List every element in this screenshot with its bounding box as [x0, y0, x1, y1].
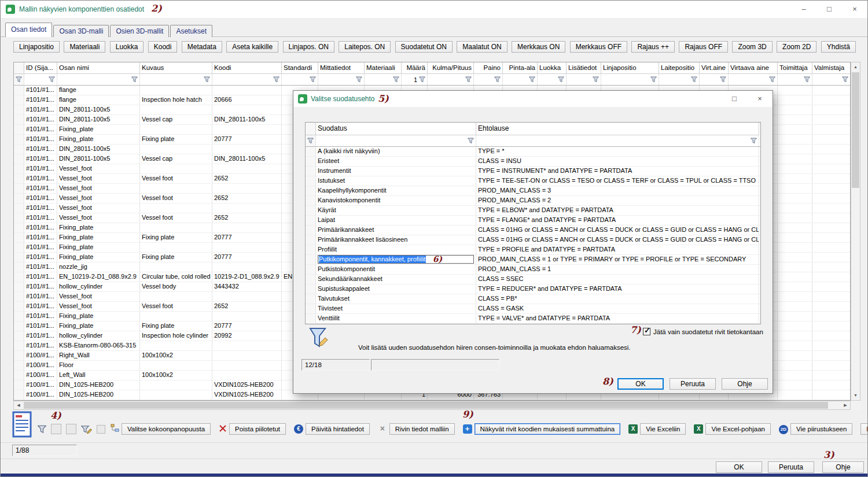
dialog-row[interactable]: PutkistokomponentitPROD_MAIN_CLASS = 1: [306, 265, 760, 275]
dialog-row-selector[interactable]: [306, 245, 316, 254]
tree-icon[interactable]: [111, 424, 119, 434]
row-selector[interactable]: [14, 312, 24, 321]
close-icon[interactable]: ×: [842, 1, 867, 18]
filter-icon[interactable]: [38, 425, 46, 434]
filter-valm[interactable]: [812, 74, 851, 85]
filter-name[interactable]: [57, 74, 140, 85]
dialog-row-selector[interactable]: [306, 275, 316, 284]
column-header-std[interactable]: Standardi: [282, 62, 318, 74]
row-selector[interactable]: [14, 282, 24, 291]
filter-mat[interactable]: [365, 74, 402, 85]
scroll-right-icon[interactable]: ▶: [841, 401, 850, 409]
filter-maara[interactable]: 1: [402, 74, 428, 85]
column-header-paino[interactable]: Paino: [474, 62, 503, 74]
dialog-row-selector[interactable]: [306, 167, 316, 176]
dialog-column-header-suodatus[interactable]: Suodatus: [316, 123, 476, 135]
dialog-row[interactable]: KanavistokomponentitPROD_MAIN_CLASS = 2: [306, 196, 760, 206]
toolbar-button-1[interactable]: Linjapositio: [13, 41, 60, 53]
row-selector[interactable]: [14, 321, 24, 331]
dialog-row[interactable]: TaivutuksetCLASS = PB*: [306, 294, 760, 304]
cancel-button[interactable]: Peruuta: [768, 461, 814, 473]
filter-pinta[interactable]: [503, 74, 538, 85]
row-selector[interactable]: [14, 194, 24, 203]
column-header-virt[interactable]: Virt.aine: [700, 62, 729, 74]
filter-virt[interactable]: [700, 74, 729, 85]
row-selector[interactable]: [14, 302, 24, 311]
column-header-mat[interactable]: Materiaali: [365, 62, 402, 74]
column-header-virtaava[interactable]: Virtaava aine: [729, 62, 778, 74]
column-header-id[interactable]: ID (Sija...: [24, 62, 57, 74]
dialog-filter-suodatus[interactable]: [316, 135, 476, 146]
row-selector[interactable]: [14, 174, 24, 183]
row-selector[interactable]: [14, 95, 24, 105]
filter-linjap[interactable]: [601, 74, 659, 85]
filter-name-editbox[interactable]: Putkikomponentit, kannakkeet, profiilit6…: [318, 255, 474, 264]
row-selector[interactable]: [14, 184, 24, 193]
row-selector[interactable]: [14, 86, 24, 95]
tool-box-icon-3[interactable]: [97, 425, 105, 434]
row-selector[interactable]: [14, 292, 24, 301]
dialog-row[interactable]: EristeetCLASS = INSU: [306, 157, 760, 167]
filter-luokka[interactable]: [538, 74, 567, 85]
toolbar-button-5[interactable]: Metadata: [182, 41, 222, 53]
dialog-row[interactable]: KaapelihyllykomponentitPROD_MAIN_CLASS =…: [306, 186, 760, 196]
dialog-row-selector[interactable]: [306, 294, 316, 304]
dialog-row-selector[interactable]: [306, 147, 316, 156]
column-header-lisat[interactable]: Lisätiedot: [567, 62, 601, 74]
filter-std[interactable]: [282, 74, 318, 85]
row-selector[interactable]: [14, 135, 24, 144]
toolbar-button-14[interactable]: Rajaus OFF: [679, 41, 728, 53]
tab-4[interactable]: Asetukset: [170, 25, 212, 37]
toolbar-button-3[interactable]: Luokka: [110, 41, 144, 53]
plus-icon[interactable]: +: [463, 424, 472, 434]
filter-selector-icon[interactable]: [14, 74, 24, 85]
dialog-row-selector[interactable]: [306, 284, 316, 294]
filter-desc[interactable]: [140, 74, 212, 85]
column-header-valm[interactable]: Valmistaja: [812, 62, 851, 74]
row-selector[interactable]: [14, 253, 24, 262]
tool-box-icon-1[interactable]: [51, 424, 61, 434]
toolbar-button-15[interactable]: Zoom 3D: [732, 41, 772, 53]
row-selector[interactable]: [14, 105, 24, 114]
toolbar-button-10[interactable]: Maalatut ON: [457, 41, 507, 53]
row-selector[interactable]: [14, 164, 24, 173]
scroll-down-icon[interactable]: ▼: [851, 391, 860, 400]
row-selector[interactable]: [14, 272, 24, 282]
column-header-code[interactable]: Koodi: [212, 62, 282, 74]
circle2d-icon[interactable]: 2D: [779, 424, 788, 434]
row-selector[interactable]: [14, 380, 24, 390]
dialog-help-button[interactable]: Ohje: [722, 378, 768, 390]
toolbar-button-6[interactable]: Aseta kaikille: [226, 41, 278, 53]
dialog-row[interactable]: A (kaikki rivit näkyviin)TYPE = *: [306, 147, 760, 157]
scissors-icon[interactable]: [219, 424, 227, 434]
dialog-row-selector[interactable]: [306, 255, 316, 264]
dialog-cancel-button[interactable]: Peruuta: [670, 378, 716, 390]
excel-icon[interactable]: X: [694, 424, 703, 434]
filter-paino[interactable]: [474, 74, 503, 85]
dialog-filter-selector-icon[interactable]: [306, 135, 316, 146]
tool-box-icon-2[interactable]: [66, 424, 76, 434]
dialog-ok-button[interactable]: OK: [617, 378, 664, 390]
bottom-button-7[interactable]: Vie Excel-pohjaan: [705, 423, 771, 435]
toolbar-button-9[interactable]: Suodatetut ON: [395, 41, 453, 53]
dialog-row-selector[interactable]: [306, 216, 316, 225]
dialog-row-selector[interactable]: [306, 157, 316, 166]
tab-2[interactable]: Osan 3D-malli: [53, 25, 109, 37]
column-header-maara[interactable]: Määrä: [402, 62, 428, 74]
dialog-row[interactable]: SekundäärikannakkeetCLASS = SSEC: [306, 275, 760, 284]
bottom-button-2[interactable]: Poista piilotetut: [229, 423, 286, 435]
bottom-button-3[interactable]: Päivitä hintatiedot: [306, 423, 370, 435]
dialog-row[interactable]: SupistuskappaleetTYPE = REDUCER* and DAT…: [306, 284, 760, 294]
row-selector[interactable]: [14, 390, 24, 400]
excel-icon[interactable]: X: [628, 424, 638, 434]
dialog-filter-ehtolause[interactable]: [476, 135, 759, 146]
dialog-row[interactable]: Putkikomponentit, kannakkeet, profiilit6…: [306, 255, 760, 265]
dialog-close-icon[interactable]: ×: [747, 91, 773, 107]
dialog-row-selector[interactable]: [306, 196, 316, 205]
toolbar-button-4[interactable]: Koodi: [148, 41, 178, 53]
dialog-row-selector[interactable]: [306, 225, 316, 235]
dialog-row-selector[interactable]: [306, 265, 316, 274]
toolbar-button-8[interactable]: Laitepos. ON: [339, 41, 391, 53]
dialog-row[interactable]: LaipatTYPE = FLANGE* and DATATYPE = PART…: [306, 216, 760, 225]
dialog-row-selector[interactable]: [306, 206, 316, 215]
